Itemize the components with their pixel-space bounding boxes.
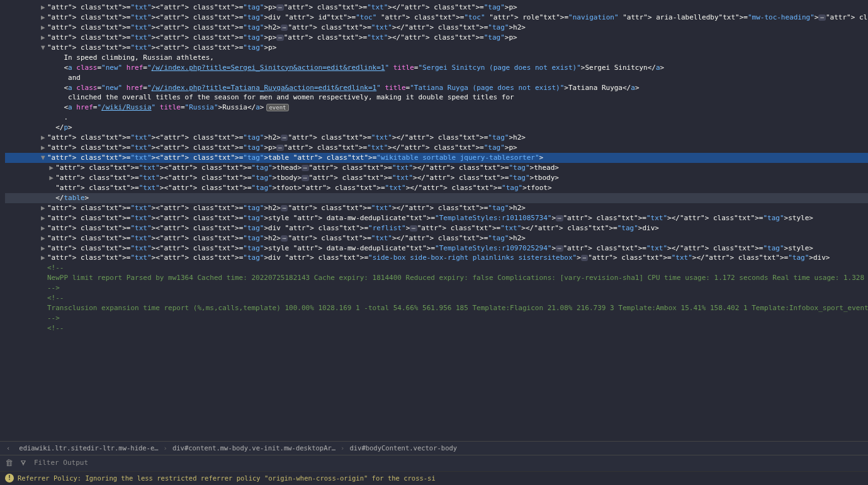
dom-node[interactable]: NewPP limit report Parsed by mw1364 Cach…: [5, 273, 868, 283]
dom-node[interactable]: ▶"attr"> class"txt">="txt"><"attr"> clas…: [5, 223, 868, 233]
dom-node[interactable]: </p>: [5, 123, 868, 133]
warning-icon: !: [5, 474, 14, 482]
dom-node[interactable]: ▶"attr"> class"txt">="txt"><"attr"> clas…: [5, 133, 868, 143]
dom-node[interactable]: .: [5, 113, 868, 123]
dom-node[interactable]: <a class="new" href="/w/index.php?title=…: [5, 83, 868, 93]
dom-node[interactable]: <!--: [5, 293, 868, 303]
dom-node[interactable]: ▶"attr"> class"txt">="txt"><"attr"> clas…: [5, 23, 868, 33]
dom-node[interactable]: ▶"attr"> class"txt">="txt"><"attr"> clas…: [5, 233, 868, 243]
dom-node[interactable]: In speed climbing, Russian athletes,: [5, 53, 868, 63]
dom-node[interactable]: ▶"attr"> class"txt">="txt"><"attr"> clas…: [5, 173, 868, 183]
filter-icon[interactable]: ⛛: [20, 457, 28, 469]
dom-node[interactable]: </table>: [5, 193, 868, 203]
dom-node[interactable]: ▶"attr"> class"txt">="txt"><"attr"> clas…: [5, 3, 868, 13]
crumb[interactable]: div#content.mw-body.ve-init.mw-desktopAr…: [167, 443, 341, 453]
dom-node[interactable]: -->: [5, 283, 868, 293]
dom-node[interactable]: ▼"attr"> class"txt">="txt"><"attr"> clas…: [5, 43, 868, 53]
crumb-prev[interactable]: ‹: [3, 443, 14, 453]
console-warning: ! Referrer Policy: Ignoring the less res…: [0, 471, 868, 485]
dom-node[interactable]: Transclusion expansion time report (%,ms…: [5, 303, 868, 313]
dom-node[interactable]: ▶"attr"> class"txt">="txt"><"attr"> clas…: [5, 33, 868, 43]
dom-node[interactable]: and: [5, 73, 868, 83]
dom-node[interactable]: <!--: [5, 263, 868, 273]
crumb[interactable]: ediawiki.ltr.sitedir-ltr.mw-hide-e…: [14, 443, 163, 453]
dom-node[interactable]: ▶"attr"> class"txt">="txt"><"attr"> clas…: [5, 203, 868, 213]
dom-node[interactable]: clinched the overall titles of the seaso…: [5, 92, 868, 103]
dom-node[interactable]: ▼"attr"> class"txt">="txt"><"attr"> clas…: [5, 153, 868, 163]
dom-node[interactable]: ▶"attr"> class"txt">="txt"><"attr"> clas…: [5, 253, 868, 263]
dom-node[interactable]: <a href="/wiki/Russia" title="Russia">Ru…: [5, 103, 868, 113]
dom-node[interactable]: -->: [5, 313, 868, 323]
breadcrumb-bar: ‹ ediawiki.ltr.sitedir-ltr.mw-hide-e…› d…: [0, 441, 868, 455]
devtools-pane: ▶"attr"> class"txt">="txt"><"attr"> clas…: [0, 0, 868, 485]
dom-node[interactable]: ▶"attr"> class"txt">="txt"><"attr"> clas…: [5, 143, 868, 153]
dom-tree[interactable]: ▶"attr"> class"txt">="txt"><"attr"> clas…: [0, 0, 868, 441]
dom-node[interactable]: ▶"attr"> class"txt">="txt"><"attr"> clas…: [5, 213, 868, 223]
dom-node[interactable]: <!--: [5, 323, 868, 333]
dom-node[interactable]: "attr"> class"txt">="txt"><"attr"> class…: [5, 183, 868, 193]
filter-label[interactable]: Filter Output: [34, 458, 88, 468]
dom-node[interactable]: ▶"attr"> class"txt">="txt"><"attr"> clas…: [5, 243, 868, 254]
dom-node[interactable]: ▶"attr"> class"txt">="txt"><"attr"> clas…: [5, 163, 868, 173]
crumb[interactable]: div#bodyContent.vector-body: [344, 443, 462, 453]
dom-node[interactable]: <a class="new" href="/w/index.php?title=…: [5, 63, 868, 73]
trash-icon[interactable]: 🗑: [5, 457, 13, 469]
dom-node[interactable]: ▶"attr"> class"txt">="txt"><"attr"> clas…: [5, 13, 868, 23]
console-toolbar: 🗑 ⛛ Filter Output: [0, 455, 868, 471]
